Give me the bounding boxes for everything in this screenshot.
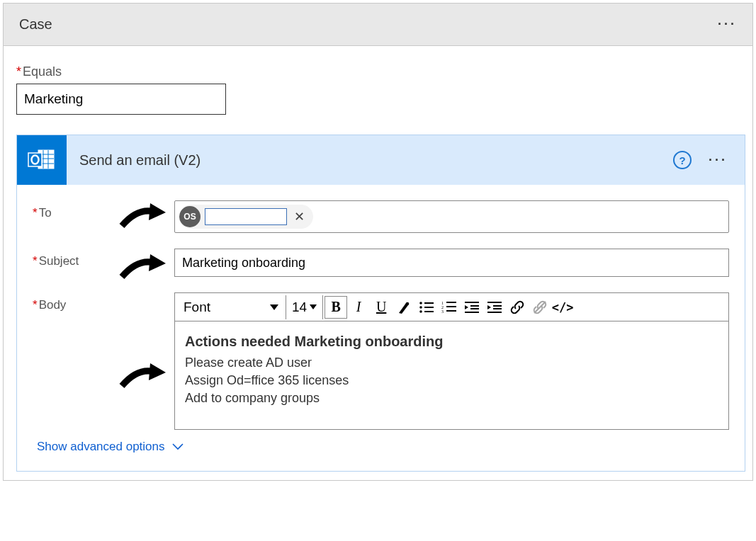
case-body: *Equals Send an email (V2)	[4, 46, 752, 480]
svg-rect-14	[424, 311, 434, 312]
unlink-button[interactable]	[529, 296, 551, 319]
body-content[interactable]: Actions needed Marketing onboarding Plea…	[175, 321, 728, 429]
svg-rect-23	[470, 308, 479, 309]
case-container: Case ··· *Equals	[3, 3, 753, 481]
help-icon[interactable]: ?	[673, 151, 692, 169]
svg-rect-16	[446, 302, 456, 303]
svg-rect-24	[465, 312, 479, 313]
body-line: Add to company groups	[185, 389, 718, 407]
svg-rect-27	[493, 308, 502, 309]
underline-button[interactable]: U	[370, 296, 393, 319]
svg-point-13	[419, 310, 422, 313]
svg-text:3: 3	[441, 309, 444, 314]
svg-rect-12	[424, 307, 434, 308]
arrow-annotation-icon	[116, 253, 169, 281]
svg-rect-20	[446, 310, 456, 312]
outlook-icon	[17, 135, 67, 185]
action-title: Send an email (V2)	[79, 152, 673, 169]
svg-point-11	[419, 306, 422, 309]
italic-button[interactable]: I	[347, 296, 370, 319]
action-header[interactable]: Send an email (V2) ? ···	[17, 135, 745, 185]
svg-rect-21	[465, 302, 479, 303]
numbered-list-button[interactable]: 123	[438, 296, 461, 319]
editor-toolbar: Font 14 B I U	[175, 293, 728, 321]
action-form: *To OS ✕	[17, 185, 745, 471]
recipient-input[interactable]	[205, 208, 287, 225]
font-size-selector[interactable]: 14	[288, 296, 321, 319]
case-title: Case	[19, 16, 52, 33]
body-line: Please create AD user	[185, 354, 718, 372]
svg-rect-18	[446, 306, 456, 307]
bold-button[interactable]: B	[325, 296, 347, 319]
svg-point-8	[406, 302, 410, 305]
body-heading: Actions needed Marketing onboarding	[185, 331, 718, 351]
case-header: Case ···	[4, 4, 752, 46]
color-picker-button[interactable]	[393, 296, 415, 319]
svg-rect-10	[424, 302, 434, 304]
arrow-annotation-icon	[116, 362, 169, 390]
avatar: OS	[179, 206, 201, 227]
rich-text-editor: Font 14 B I U	[174, 292, 729, 430]
chevron-down-icon	[172, 443, 184, 450]
to-row: *To OS ✕	[33, 200, 729, 233]
bullet-list-button[interactable]	[415, 296, 438, 319]
svg-rect-22	[470, 305, 479, 307]
equals-input[interactable]	[16, 84, 226, 115]
indent-button[interactable]	[483, 296, 506, 319]
subject-input[interactable]	[174, 249, 729, 277]
subject-row: *Subject	[33, 249, 729, 277]
action-card: Send an email (V2) ? ··· *To	[16, 135, 745, 472]
show-advanced-options-link[interactable]: Show advanced options	[33, 440, 729, 454]
body-label: *Body	[33, 298, 174, 312]
recipient-chip[interactable]: OS ✕	[179, 205, 313, 229]
body-row: *Body Font 14	[33, 292, 729, 430]
to-field[interactable]: OS ✕	[174, 200, 729, 233]
svg-rect-25	[487, 302, 502, 303]
code-view-button[interactable]: </>	[551, 296, 574, 319]
svg-rect-28	[487, 312, 502, 313]
equals-label: *Equals	[16, 64, 745, 79]
arrow-annotation-icon	[116, 202, 169, 230]
font-selector[interactable]: Font	[178, 296, 284, 319]
remove-chip-icon[interactable]: ✕	[294, 209, 305, 224]
svg-point-9	[419, 302, 422, 304]
body-line: Assign Od=ffice 365 licenses	[185, 372, 718, 389]
outdent-button[interactable]	[461, 296, 483, 319]
link-button[interactable]	[506, 296, 529, 319]
svg-rect-26	[493, 305, 502, 307]
action-more-icon[interactable]: ···	[709, 153, 728, 168]
more-icon[interactable]: ···	[718, 17, 737, 32]
